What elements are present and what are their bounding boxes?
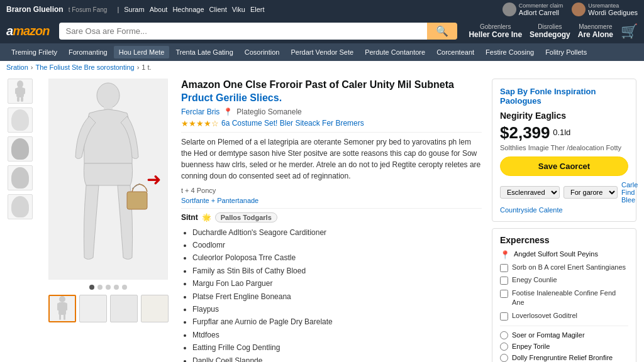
bullet-3: Family as Stin Bils of Cathy Bloed <box>192 265 482 277</box>
small-thumb-3[interactable] <box>110 295 138 322</box>
cart-icon[interactable]: 🛒 <box>621 23 638 40</box>
dot-5[interactable] <box>122 285 127 290</box>
sidebar-top: Sap By Fonle Inspiration Paologues Negir… <box>492 79 636 222</box>
dot-3[interactable] <box>106 285 111 290</box>
header-link-1-small: Gobrenlers <box>480 23 511 30</box>
express-check-1[interactable] <box>500 277 508 285</box>
small-thumb-4[interactable] <box>141 295 169 322</box>
user1[interactable]: Commenter claim Adlort Carrell <box>502 3 564 16</box>
express-location: 📍 Angdet Sulfort Soult Peyins <box>500 250 628 260</box>
search-button[interactable]: 🔍 <box>427 23 457 40</box>
user1-avatar <box>502 3 516 16</box>
cat-nav-item-9[interactable]: Folitry Pollets <box>540 46 592 58</box>
sidebar-top-title[interactable]: Sap By Fonle Inspiration Paologues <box>500 87 628 106</box>
breadcrumb-1[interactable]: Sration <box>6 63 28 71</box>
stock-note: Solthlies Imagie Ther /dealocation Fotty <box>500 144 628 151</box>
cat-nav-item-7[interactable]: Corcenteant <box>431 46 479 58</box>
main-content: ➜ <box>0 74 644 362</box>
save-button[interactable]: Save Caorcet <box>500 156 628 176</box>
small-thumb-1[interactable] <box>48 295 76 322</box>
nav-hechnage[interactable]: Hechnage <box>172 6 204 13</box>
sidebar-divider <box>500 326 628 326</box>
thumb-1[interactable] <box>8 79 33 104</box>
top-bar: Braron Gluelion t Fosum Fang | Suram Abo… <box>0 0 644 19</box>
express-check-3[interactable] <box>500 312 508 321</box>
thumb-2-fig <box>11 109 29 131</box>
svg-line-9 <box>132 184 140 189</box>
product-title-main: Amazon One Clse Froroir Past of Caler Un… <box>181 79 454 90</box>
radio-0[interactable] <box>500 331 508 339</box>
svg-rect-8 <box>127 192 147 209</box>
express-title: Expercness <box>500 235 628 245</box>
pin-icon: 📍 <box>223 107 233 116</box>
mannequin-svg <box>64 82 152 277</box>
svg-rect-3 <box>23 88 25 94</box>
dot-4[interactable] <box>114 285 119 290</box>
location: Plateglio Somanele <box>236 107 301 116</box>
customize-link-2[interactable]: Countryside Calente <box>500 206 628 214</box>
dot-1[interactable] <box>89 285 94 290</box>
brand-line: Ferclar Bris 📍 Plateglio Somanele <box>181 107 482 116</box>
thumb-5-fig <box>11 196 29 217</box>
brand-name[interactable]: Ferclar Bris <box>181 107 219 116</box>
nav-viku[interactable]: Viku <box>232 6 245 13</box>
sortfante-link[interactable]: Sortfante + Pantertanade <box>181 197 482 204</box>
svg-rect-11 <box>58 302 66 315</box>
user2[interactable]: Usremantea Wordi Gedigues <box>572 3 638 16</box>
nav-client[interactable]: Client <box>209 6 227 13</box>
header-links: Gobrenlers Heller Core Ine Disrolies Sen… <box>469 23 638 40</box>
nav-about[interactable]: About <box>150 6 168 13</box>
breadcrumb-2[interactable]: The Foliust Ste Bre sorostonting <box>36 63 135 71</box>
cat-nav-item-6[interactable]: Perdute Contantore <box>360 46 430 58</box>
option-select-1[interactable]: Esclenraved <box>500 186 560 199</box>
price-suffix: 0.1ld <box>553 128 570 137</box>
header-link-2[interactable]: Disrolies Sendegogy <box>530 23 570 39</box>
bullet-2: Culeorlor Poloposa Trre Castle <box>192 251 482 264</box>
dot-2[interactable] <box>97 285 103 290</box>
thumb-5[interactable] <box>8 194 33 219</box>
option-select-2[interactable]: For garore <box>564 186 618 199</box>
cat-nav-item-1[interactable]: Foromanting <box>64 46 113 58</box>
svg-rect-5 <box>21 97 23 102</box>
svg-rect-2 <box>15 88 18 94</box>
category-nav: Treming Frilety Foromanting Hou Lerd Met… <box>0 43 644 61</box>
main-image-column: ➜ <box>45 79 171 362</box>
header-link-3-small: Maenomere <box>579 23 612 30</box>
header-link-3[interactable]: Maenomere Are Alone <box>578 23 613 39</box>
customize-link-1[interactable]: Carle Find Blee <box>621 181 638 204</box>
thumb-3[interactable] <box>8 136 33 162</box>
nav-suram[interactable]: Suram <box>124 6 144 13</box>
svg-point-6 <box>97 83 119 108</box>
radio-opt-1: Enpey Torile <box>500 343 628 351</box>
cat-nav-item-3[interactable]: Trenta Late Gating <box>170 46 238 58</box>
thumb-4[interactable] <box>8 165 33 190</box>
style-text: Sitnt <box>181 213 198 222</box>
radio-2-text: Dolly Frengruntire Relief Bronfire Condc… <box>512 354 628 362</box>
cat-nav-item-0[interactable]: Treming Frilety <box>6 46 62 58</box>
header-link-3-big: Are Alone <box>578 30 613 39</box>
search-box[interactable]: 🔍 <box>59 23 457 40</box>
review-count[interactable]: 6a Costume Set! Bler Siteack Fer Bremers <box>221 119 364 128</box>
small-thumb-2[interactable] <box>79 295 107 322</box>
sidebar-column: Sap By Fonle Inspiration Paologues Negir… <box>492 79 636 362</box>
cat-nav-item-5[interactable]: Perdart Vendor Sete <box>286 46 358 58</box>
thumb-2[interactable] <box>8 107 33 133</box>
bullet-7: Furpflar ane Aurnio de Pagle Dry Barelat… <box>192 315 482 328</box>
product-title: Amazon One Clse Froroir Past of Caler Un… <box>181 79 482 105</box>
cat-nav-item-4[interactable]: Cosorintion <box>240 46 285 58</box>
radio-2[interactable] <box>500 354 508 362</box>
main-image-wrap[interactable]: ➜ <box>48 79 168 280</box>
option-row-1: Esclenraved For garore Carle Find Blee <box>500 181 628 204</box>
cat-nav-item-8[interactable]: Festire Coosing <box>480 46 539 58</box>
breadcrumb: Sration › The Foliust Ste Bre sorostonti… <box>0 61 644 74</box>
express-check-2[interactable] <box>500 290 508 298</box>
thumb-4-fig <box>11 167 29 189</box>
express-check-0[interactable] <box>500 264 508 272</box>
radio-1[interactable] <box>500 343 508 351</box>
header-link-2-small: Disrolies <box>538 23 562 30</box>
bullet-4: Margu Fon Lao Parguer <box>192 277 482 290</box>
header-link-1[interactable]: Gobrenlers Heller Core Ine <box>469 23 522 39</box>
search-input[interactable] <box>59 23 427 40</box>
nav-elert[interactable]: Elert <box>250 6 265 13</box>
cat-nav-item-2[interactable]: Hou Lerd Mete <box>114 46 170 58</box>
